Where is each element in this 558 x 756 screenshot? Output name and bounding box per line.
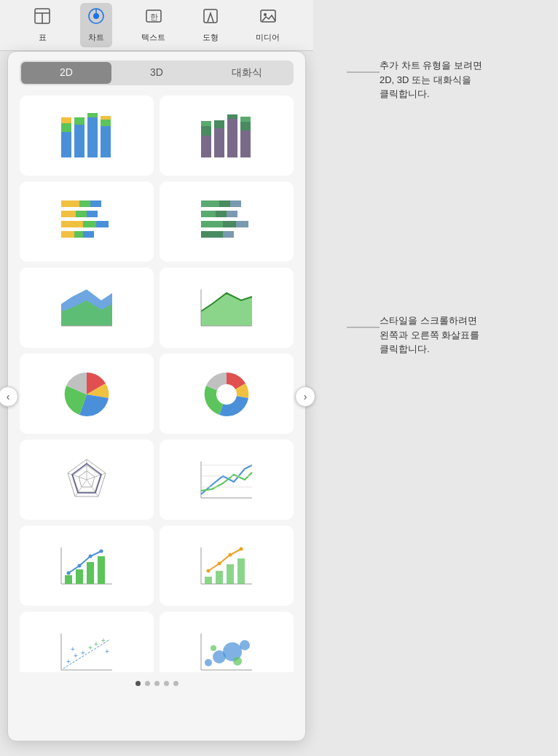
toolbar-text-label: 텍스트 bbox=[141, 32, 165, 43]
svg-rect-26 bbox=[227, 119, 237, 157]
svg-rect-28 bbox=[240, 130, 251, 157]
toolbar-media[interactable]: 미디어 bbox=[248, 3, 287, 47]
svg-rect-29 bbox=[240, 122, 251, 130]
svg-rect-21 bbox=[201, 136, 211, 157]
svg-point-94 bbox=[240, 547, 243, 551]
svg-rect-39 bbox=[61, 221, 83, 227]
page-dots bbox=[8, 672, 305, 689]
svg-rect-77 bbox=[65, 575, 72, 584]
toolbar: 표 차트 한 텍스트 도형 미디어 bbox=[0, 0, 313, 51]
chart-bar-horizontal-dark[interactable] bbox=[160, 182, 294, 262]
dot-4[interactable] bbox=[164, 681, 169, 686]
svg-rect-87 bbox=[205, 577, 212, 584]
svg-rect-45 bbox=[201, 200, 219, 207]
svg-point-83 bbox=[89, 555, 93, 558]
svg-rect-20 bbox=[101, 116, 111, 120]
chart-pie[interactable] bbox=[20, 354, 154, 434]
toolbar-chart-label: 차트 bbox=[88, 32, 104, 43]
scroll-right-arrow[interactable]: › bbox=[295, 386, 315, 407]
dot-2[interactable] bbox=[145, 681, 150, 686]
svg-rect-27 bbox=[227, 114, 237, 119]
svg-point-4 bbox=[93, 13, 99, 19]
svg-rect-42 bbox=[61, 231, 74, 238]
svg-point-82 bbox=[78, 564, 82, 568]
chart-bar-stacked-dark[interactable] bbox=[160, 96, 294, 176]
svg-rect-11 bbox=[61, 132, 71, 157]
segment-3d[interactable]: 3D bbox=[111, 62, 202, 84]
svg-rect-89 bbox=[227, 564, 234, 584]
svg-point-112 bbox=[211, 645, 216, 651]
chart-mixed-2[interactable] bbox=[160, 526, 294, 606]
svg-rect-36 bbox=[61, 211, 76, 217]
chart-scatter[interactable]: + + + + + + + + bbox=[20, 612, 154, 672]
chart-grid: + + + + + + + + bbox=[8, 93, 305, 672]
media-icon bbox=[259, 7, 277, 29]
chart-type-segment: 2D 3D 대화식 bbox=[20, 61, 294, 85]
segment-2d[interactable]: 2D bbox=[21, 62, 111, 84]
annotation-top-text: 추가 차트 유형을 보려면 2D, 3D 또는 대화식을 클릭합니다. bbox=[380, 58, 533, 101]
svg-rect-14 bbox=[74, 125, 85, 157]
svg-point-93 bbox=[229, 553, 232, 557]
svg-rect-12 bbox=[61, 123, 71, 132]
svg-point-10 bbox=[264, 13, 267, 16]
shape-icon bbox=[202, 7, 219, 29]
chart-picker-panel: 2D 3D 대화식 ‹ › bbox=[7, 51, 306, 741]
chart-bar-horizontal-color[interactable] bbox=[20, 182, 154, 262]
toolbar-text[interactable]: 한 텍스트 bbox=[134, 3, 173, 47]
svg-text:+: + bbox=[105, 647, 109, 655]
svg-rect-25 bbox=[214, 120, 224, 128]
svg-point-91 bbox=[207, 569, 211, 573]
svg-rect-15 bbox=[74, 117, 85, 125]
toolbar-media-label: 미디어 bbox=[256, 32, 280, 43]
chart-mixed-1[interactable] bbox=[20, 526, 154, 606]
svg-rect-51 bbox=[201, 221, 223, 227]
dot-5[interactable] bbox=[173, 681, 178, 686]
svg-rect-22 bbox=[201, 126, 211, 136]
chart-radar[interactable] bbox=[20, 440, 154, 520]
svg-rect-13 bbox=[61, 117, 71, 123]
chart-donut[interactable] bbox=[160, 354, 294, 434]
chart-area-line[interactable] bbox=[160, 268, 294, 348]
annotation-middle: 스타일을 스크롤하려면 왼쪽과 오른쪽 화살표를 클릭합니다. bbox=[380, 313, 540, 356]
toolbar-table[interactable]: 표 bbox=[26, 3, 58, 47]
svg-rect-90 bbox=[237, 558, 245, 584]
toolbar-chart[interactable]: 차트 bbox=[80, 3, 112, 47]
dot-3[interactable] bbox=[154, 681, 160, 686]
chart-bar-stacked-color[interactable] bbox=[20, 96, 154, 176]
svg-point-60 bbox=[216, 384, 237, 405]
svg-rect-17 bbox=[87, 113, 98, 117]
svg-point-108 bbox=[205, 659, 212, 666]
svg-rect-80 bbox=[98, 556, 105, 584]
svg-rect-24 bbox=[214, 128, 224, 157]
svg-rect-78 bbox=[76, 569, 83, 584]
svg-point-113 bbox=[233, 657, 242, 666]
table-icon bbox=[34, 7, 51, 29]
chart-area-solid[interactable] bbox=[20, 268, 154, 348]
svg-point-81 bbox=[67, 572, 71, 575]
toolbar-table-label: 표 bbox=[39, 32, 47, 43]
svg-line-65 bbox=[87, 473, 106, 480]
toolbar-shape[interactable]: 도형 bbox=[194, 3, 227, 47]
svg-text:+: + bbox=[71, 645, 75, 653]
annotation-top: 추가 차트 유형을 보려면 2D, 3D 또는 대화식을 클릭합니다. bbox=[380, 58, 540, 101]
chart-icon bbox=[87, 7, 105, 29]
svg-point-92 bbox=[218, 562, 221, 566]
svg-marker-57 bbox=[201, 293, 252, 326]
svg-rect-48 bbox=[201, 211, 216, 217]
svg-rect-18 bbox=[101, 126, 111, 157]
text-icon: 한 bbox=[145, 7, 162, 29]
svg-rect-16 bbox=[87, 117, 98, 157]
svg-line-68 bbox=[68, 473, 87, 480]
svg-rect-23 bbox=[201, 121, 211, 126]
svg-rect-53 bbox=[201, 231, 223, 238]
svg-rect-88 bbox=[216, 571, 223, 584]
toolbar-shape-label: 도형 bbox=[203, 32, 219, 43]
svg-rect-79 bbox=[87, 562, 94, 584]
chart-line[interactable] bbox=[160, 440, 294, 520]
svg-rect-30 bbox=[240, 117, 251, 122]
chart-bubble[interactable] bbox=[160, 612, 294, 672]
svg-point-84 bbox=[100, 550, 103, 553]
segment-interactive[interactable]: 대화식 bbox=[202, 62, 292, 84]
svg-text:한: 한 bbox=[149, 12, 157, 21]
dot-1[interactable] bbox=[135, 681, 141, 686]
